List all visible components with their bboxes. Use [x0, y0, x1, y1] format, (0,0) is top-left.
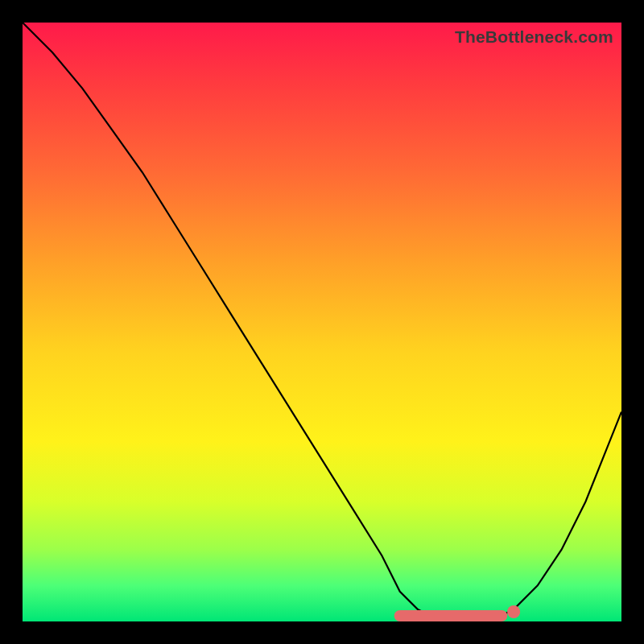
bottleneck-curve: [23, 23, 621, 621]
chart-frame: TheBottleneck.com: [0, 0, 644, 644]
optimal-range-end-dot: [507, 605, 520, 618]
chart-plot-area: TheBottleneck.com: [23, 23, 621, 621]
chart-svg: [23, 23, 621, 621]
watermark-text: TheBottleneck.com: [455, 27, 613, 47]
